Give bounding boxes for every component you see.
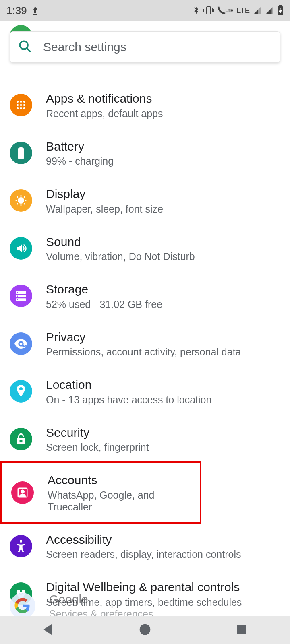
search-input[interactable] — [43, 40, 272, 54]
row-subtitle: Volume, vibration, Do Not Disturb — [46, 251, 195, 262]
bluetooth-icon — [192, 5, 200, 16]
search-settings[interactable] — [10, 31, 280, 63]
row-google[interactable]: Google Services & preferences — [0, 582, 290, 616]
row-location[interactable]: LocationOn - 13 apps have access to loca… — [0, 367, 290, 415]
row-title: Privacy — [46, 330, 241, 345]
svg-point-17 — [20, 107, 22, 109]
row-sound[interactable]: SoundVolume, vibration, Do Not Disturb — [0, 225, 290, 272]
row-privacy[interactable]: PrivacyPermissions, account activity, pe… — [0, 320, 290, 368]
svg-point-26 — [17, 296, 18, 297]
sound-icon — [10, 237, 32, 260]
row-security[interactable]: SecurityScreen lock, fingerprint — [0, 415, 290, 463]
row-subtitle: 52% used - 31.02 GB free — [46, 299, 162, 310]
row-subtitle: Permissions, account activity, personal … — [46, 346, 241, 358]
signal-icon — [253, 6, 262, 15]
svg-rect-19 — [18, 148, 24, 159]
storage-icon — [10, 285, 32, 307]
row-title: Storage — [46, 282, 162, 297]
svg-rect-20 — [19, 147, 22, 148]
row-battery[interactable]: Battery99% - charging — [0, 129, 290, 177]
row-apps[interactable]: Apps & notificationsRecent apps, default… — [0, 81, 290, 129]
row-title: Battery — [46, 139, 114, 154]
svg-point-10 — [17, 101, 19, 103]
row-title: Accessibility — [46, 532, 241, 547]
svg-rect-0 — [33, 14, 37, 15]
svg-rect-1 — [207, 7, 211, 14]
svg-point-33 — [20, 439, 21, 440]
settings-list[interactable]: Apps & notificationsRecent apps, default… — [0, 73, 290, 616]
svg-line-9 — [27, 48, 30, 52]
accessibility-icon — [10, 535, 32, 557]
row-storage[interactable]: Storage52% used - 31.02 GB free — [0, 272, 290, 320]
nav-recent-icon[interactable] — [234, 621, 250, 639]
svg-point-25 — [17, 292, 18, 293]
svg-point-11 — [20, 101, 22, 103]
apps-icon — [10, 94, 32, 116]
search-icon — [18, 39, 32, 55]
accounts-icon — [11, 481, 34, 504]
display-icon — [10, 189, 32, 212]
svg-point-21 — [18, 198, 23, 203]
privacy-icon — [10, 332, 32, 355]
nav-home-icon[interactable] — [137, 621, 153, 639]
svg-point-35 — [21, 490, 24, 493]
row-subtitle: Wallpaper, sleep, font size — [46, 203, 163, 215]
svg-rect-30 — [23, 346, 25, 347]
row-subtitle: 99% - charging — [46, 155, 114, 167]
row-subtitle: On - 13 apps have access to location — [46, 394, 211, 406]
signal-icon-2 — [265, 6, 274, 15]
volte-icon: LTE — [217, 6, 233, 15]
google-icon — [10, 593, 35, 616]
row-title: Security — [46, 425, 149, 440]
svg-rect-7 — [279, 5, 282, 6]
row-subtitle: WhatsApp, Google, and Truecaller — [48, 489, 190, 513]
row-subtitle: Screen lock, fingerprint — [46, 442, 149, 453]
row-title: Display — [46, 186, 163, 202]
navigation-bar — [0, 616, 290, 644]
svg-point-16 — [17, 107, 19, 109]
svg-point-36 — [20, 540, 22, 542]
settings-content: Apps & notificationsRecent apps, default… — [0, 21, 290, 616]
svg-point-12 — [23, 101, 25, 103]
svg-rect-39 — [237, 625, 246, 634]
vibrate-icon — [203, 6, 214, 15]
nav-back-icon[interactable] — [40, 621, 56, 639]
svg-point-15 — [23, 104, 25, 106]
row-title: Google — [49, 592, 153, 607]
battery-icon — [10, 142, 32, 164]
location-icon — [10, 380, 32, 402]
svg-point-14 — [20, 104, 22, 106]
row-accounts[interactable]: AccountsWhatsApp, Google, and Truecaller — [0, 461, 201, 524]
row-title: Accounts — [48, 473, 190, 488]
row-title: Sound — [46, 234, 195, 250]
row-subtitle: Screen readers, display, interaction con… — [46, 549, 241, 560]
row-title: Apps & notifications — [46, 91, 163, 106]
svg-point-28 — [20, 342, 23, 345]
svg-point-13 — [17, 104, 19, 106]
row-accessibility[interactable]: AccessibilityScreen readers, display, in… — [0, 522, 290, 570]
status-time: 1:39 — [6, 4, 27, 17]
upload-icon — [31, 6, 39, 15]
row-title: Location — [46, 377, 211, 392]
battery-charging-icon — [277, 5, 284, 16]
row-subtitle: Recent apps, default apps — [46, 108, 163, 120]
svg-point-18 — [23, 107, 25, 109]
security-icon — [10, 428, 32, 450]
lte-label: LTE — [236, 6, 250, 15]
svg-point-27 — [17, 299, 18, 300]
svg-point-38 — [140, 624, 151, 635]
status-bar: 1:39 LTE LTE — [0, 0, 290, 21]
row-display[interactable]: DisplayWallpaper, sleep, font size — [0, 177, 290, 225]
row-subtitle: Services & preferences — [49, 608, 153, 616]
